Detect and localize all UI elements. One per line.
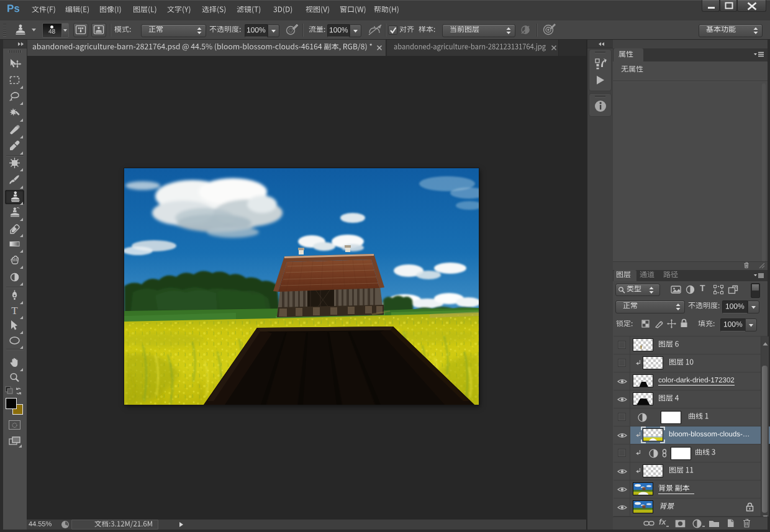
svg-text:T: T [11, 305, 18, 317]
